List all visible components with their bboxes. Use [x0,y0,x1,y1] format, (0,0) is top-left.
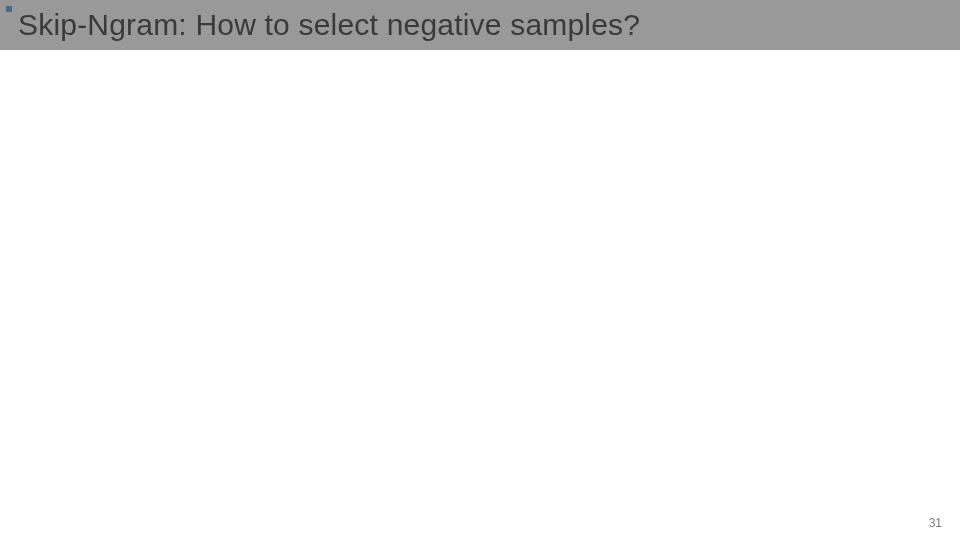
bullet-icon [6,6,12,12]
title-bar: Skip-Ngram: How to select negative sampl… [0,0,960,50]
slide-title: Skip-Ngram: How to select negative sampl… [10,8,640,42]
page-number: 31 [929,516,942,530]
